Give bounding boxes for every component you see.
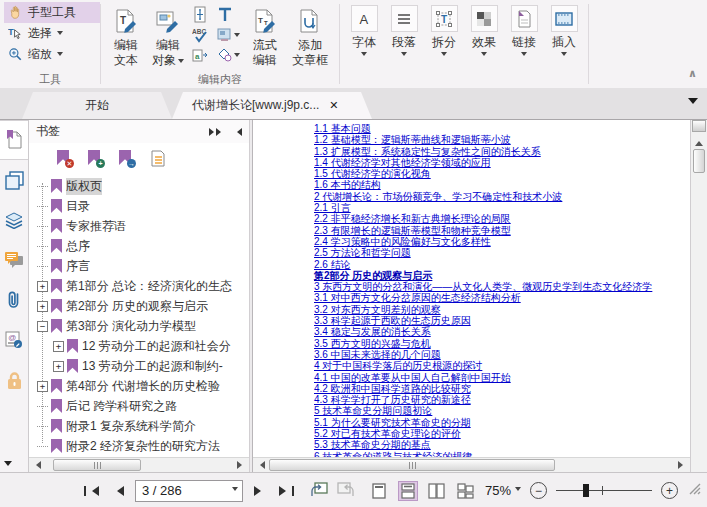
bookmark-item[interactable]: 附录2 经济复杂性的研究方法 bbox=[29, 436, 249, 456]
font-button[interactable]: A 字体 bbox=[344, 2, 384, 59]
zoom-in-button[interactable]: + bbox=[661, 482, 678, 499]
scrollbar-thumb[interactable] bbox=[269, 459, 555, 471]
scroll-left-icon[interactable] bbox=[29, 458, 44, 472]
bookmark-label[interactable]: 第2部分 历史的观察与启示 bbox=[66, 298, 208, 315]
zoom-tool-button[interactable]: 缩放 bbox=[4, 44, 100, 65]
bookmark-item[interactable]: 后记 跨学科研究之路 bbox=[29, 396, 249, 416]
tab-start[interactable]: 开始 bbox=[22, 92, 172, 119]
expand-node-icon[interactable]: + bbox=[37, 301, 48, 312]
toc-link[interactable]: 1.4 代谢经济学对其他经济学领域的应用 bbox=[314, 157, 491, 168]
bookmark-label[interactable]: 第1部分 总论：经济演化的生态 bbox=[66, 278, 232, 295]
sidebar-item-bookmarks[interactable] bbox=[0, 120, 28, 160]
bookmark-label[interactable]: 专家推荐语 bbox=[66, 218, 126, 235]
edit-object-button[interactable]: 编辑 对象 bbox=[147, 2, 189, 68]
bookmark-item[interactable]: +13 劳动分工的起源和制约- bbox=[29, 356, 249, 376]
bookmark-label[interactable]: 后记 跨学科研究之路 bbox=[66, 398, 177, 415]
add-bookmark-button[interactable]: + bbox=[88, 150, 102, 166]
expand-node-icon[interactable]: + bbox=[53, 341, 64, 352]
facing-view-button[interactable] bbox=[427, 481, 447, 501]
bookmark-label[interactable]: 12 劳动分工的起源和社会分 bbox=[82, 338, 231, 355]
toc-link[interactable]: 1.6 本书的结构 bbox=[314, 179, 381, 190]
bookmark-label[interactable]: 第4部分 代谢增长的历史检验 bbox=[66, 378, 220, 395]
goto-bookmark-button[interactable]: → bbox=[119, 150, 133, 166]
link-caret[interactable] bbox=[521, 52, 527, 59]
bookmark-label[interactable]: 附录1 复杂系统科学简介 bbox=[66, 418, 196, 435]
insert-caret[interactable] bbox=[561, 52, 567, 59]
document-h-scrollbar[interactable] bbox=[253, 457, 690, 472]
close-tab-icon[interactable]: ✕ bbox=[329, 99, 338, 111]
toc-link[interactable]: 3.6 中国未来选择的几个问题 bbox=[314, 349, 441, 360]
toc-link[interactable]: 2.3 有限增长的逻辑斯蒂模型和物种竞争模型 bbox=[314, 225, 511, 236]
insert-button[interactable]: 插入 bbox=[544, 2, 584, 59]
bookmark-label[interactable]: 总序 bbox=[66, 238, 90, 255]
delete-bookmark-button[interactable]: ✕ bbox=[57, 150, 71, 166]
effects-caret[interactable] bbox=[481, 52, 487, 59]
zoom-slider[interactable] bbox=[556, 482, 652, 499]
continuous-view-button[interactable] bbox=[398, 481, 418, 501]
resize-grip[interactable] bbox=[689, 483, 701, 498]
scroll-right-icon[interactable] bbox=[675, 458, 690, 472]
add-shape-button[interactable] bbox=[217, 45, 240, 65]
font-caret[interactable] bbox=[361, 52, 367, 59]
edit-text-button[interactable]: T 编辑 文本 bbox=[105, 2, 147, 68]
paragraph-button[interactable]: 段落 bbox=[384, 2, 424, 59]
bookmark-item[interactable]: 版权页 bbox=[29, 176, 249, 196]
add-article-box-button[interactable]: 添加 文章框 bbox=[286, 2, 335, 68]
previous-page-button[interactable] bbox=[110, 484, 126, 498]
zoom-level-control[interactable]: 75% bbox=[485, 483, 521, 498]
effects-button[interactable]: 效果 bbox=[464, 2, 504, 59]
zoom-out-button[interactable]: − bbox=[530, 482, 547, 499]
toc-link[interactable]: 第2部分 历史的观察与启示 bbox=[314, 270, 432, 281]
select-tool-button[interactable]: T 选择 bbox=[4, 23, 100, 44]
select-dropdown-caret[interactable] bbox=[57, 31, 63, 38]
bookmark-item[interactable]: +12 劳动分工的起源和社会分 bbox=[29, 336, 249, 356]
bookmark-item[interactable]: +第1部分 总论：经济演化的生态 bbox=[29, 276, 249, 296]
next-page-button[interactable] bbox=[252, 484, 268, 498]
hand-tool-button[interactable]: 手型工具 bbox=[4, 2, 100, 23]
zoom-dropdown-caret[interactable] bbox=[57, 52, 63, 59]
expand-node-icon[interactable]: + bbox=[53, 361, 64, 372]
add-shape-caret[interactable] bbox=[234, 53, 240, 60]
toc-link[interactable]: 1.3 扩展模型：系统稳定性与复杂性之间的消长关系 bbox=[314, 146, 541, 157]
bookmark-item[interactable]: 总序 bbox=[29, 236, 249, 256]
expand-node-icon[interactable]: + bbox=[37, 281, 48, 292]
split-page-button[interactable] bbox=[192, 5, 210, 25]
first-page-button[interactable] bbox=[82, 484, 101, 498]
scrollbar-thumb[interactable] bbox=[693, 149, 705, 173]
page-number-caret[interactable] bbox=[232, 487, 238, 494]
next-view-button[interactable] bbox=[337, 482, 354, 500]
paragraph-caret[interactable] bbox=[401, 52, 407, 59]
toc-link[interactable]: 1.1 基本问题 bbox=[314, 123, 371, 134]
bookmark-label[interactable]: 13 劳动分工的起源和制约- bbox=[82, 358, 223, 375]
toc-link[interactable]: 1.5 代谢经济学的演化视角 bbox=[314, 168, 431, 179]
tab-list-menu-icon[interactable] bbox=[688, 98, 698, 109]
sidebar-item-security[interactable] bbox=[0, 360, 28, 400]
bookmarks-h-scrollbar[interactable] bbox=[29, 457, 249, 472]
page-number-input[interactable] bbox=[140, 482, 232, 499]
zoom-slider-thumb[interactable] bbox=[583, 484, 589, 497]
bookmark-item[interactable]: 目录 bbox=[29, 196, 249, 216]
toc-link[interactable]: 5.2 对已有技术革命史理论的评价 bbox=[314, 428, 461, 439]
collapse-node-icon[interactable]: − bbox=[37, 321, 48, 332]
bookmark-label[interactable]: 版权页 bbox=[66, 178, 102, 195]
toc-link[interactable]: 5.1 为什么要研究技术革命史的分期 bbox=[314, 417, 471, 428]
sidebar-item-attachments[interactable] bbox=[0, 280, 28, 320]
toc-link[interactable]: 4.1 中国的改革要从中国人自己解剖中国开始 bbox=[314, 372, 511, 383]
toc-link[interactable]: 4 对于中国科学落后的历史根源的探讨 bbox=[314, 360, 482, 371]
toc-link[interactable]: 3.3 科学起源于西欧的生态历史原因 bbox=[314, 315, 471, 326]
facing-continuous-view-button[interactable] bbox=[456, 481, 476, 501]
add-image-caret[interactable] bbox=[234, 33, 240, 40]
last-page-button[interactable] bbox=[277, 484, 296, 498]
bookmark-item[interactable]: 附录1 复杂系统科学简介 bbox=[29, 416, 249, 436]
bookmark-label[interactable]: 第3部分 演化动力学模型 bbox=[66, 318, 196, 335]
toc-link[interactable]: 5.3 技术革命史分期的基点 bbox=[314, 439, 431, 450]
bookmark-item[interactable]: +第4部分 代谢增长的历史检验 bbox=[29, 376, 249, 396]
bookmark-label[interactable]: 附录2 经济复杂性的研究方法 bbox=[66, 438, 220, 455]
spell-check-button[interactable]: ABC bbox=[192, 25, 210, 45]
toc-link[interactable]: 2 代谢增长论：市场份额竞争、学习不确定性和技术小波 bbox=[314, 191, 562, 202]
previous-view-button[interactable] bbox=[311, 482, 328, 500]
toc-link[interactable]: 4.2 欧洲和中国科学道路的比较研究 bbox=[314, 383, 471, 394]
toc-link[interactable]: 3.4 稳定与发展的消长关系 bbox=[314, 326, 431, 337]
split-button[interactable]: T 拆分 bbox=[424, 2, 464, 59]
toc-link[interactable]: 3.2 对东西方文明差别的观察 bbox=[314, 304, 441, 315]
